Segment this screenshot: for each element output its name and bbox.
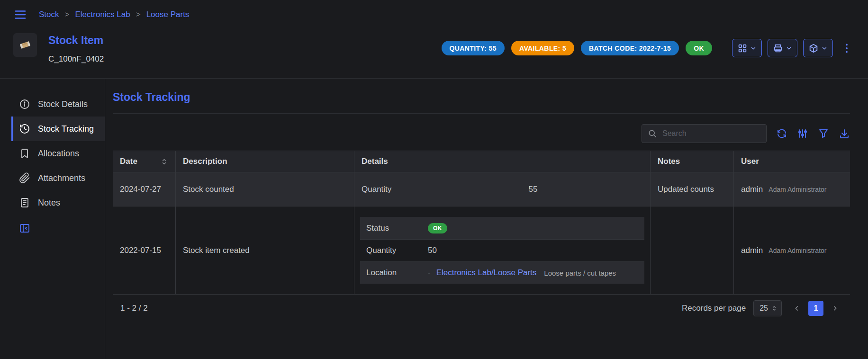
chevron-down-icon — [786, 45, 792, 52]
chevron-down-icon — [821, 45, 828, 52]
cell-notes: Updated counts — [651, 172, 734, 206]
column-header-user[interactable]: User — [734, 151, 850, 172]
sidebar-item-label: Allocations — [38, 149, 79, 159]
cell-user: admin Adam Administrator — [734, 206, 850, 294]
breadcrumb-separator: > — [65, 10, 70, 19]
search-input[interactable] — [661, 129, 760, 138]
table-footer: 1 - 2 / 2 Records per page 25 1 — [113, 295, 850, 322]
filter-icon — [818, 128, 829, 139]
select-chevrons-icon — [771, 305, 778, 312]
search-box[interactable] — [642, 124, 767, 143]
detail-value: 55 — [423, 185, 643, 194]
cell-description: Stock item created — [176, 206, 354, 294]
sidebar-item-label: Stock Tracking — [38, 124, 94, 134]
location-link[interactable]: Electronics Lab/Loose Parts — [436, 268, 537, 278]
page-title: Stock Item — [48, 34, 104, 47]
barcode-icon — [737, 43, 748, 54]
sidebar-collapse-button[interactable] — [19, 223, 30, 234]
table-toolbar — [113, 124, 850, 143]
header-actions — [732, 39, 855, 57]
detail-label: Status — [366, 224, 428, 233]
menu-burger-icon[interactable] — [13, 8, 27, 22]
detail-label: Quantity — [362, 185, 423, 194]
search-icon — [648, 129, 657, 138]
column-header-details[interactable]: Details — [354, 151, 651, 172]
cell-user: admin Adam Administrator — [734, 172, 850, 206]
location-description: Loose parts / cut tapes — [544, 269, 616, 277]
cell-details: Status OK Quantity 50 Location - Electro… — [354, 206, 651, 294]
paperclip-icon — [19, 172, 30, 184]
cell-date: 2022-07-15 — [113, 206, 176, 294]
stock-item-thumbnail[interactable] — [13, 33, 37, 57]
top-navigation-bar: Stock > Electronics Lab > Loose Parts — [0, 0, 868, 29]
breadcrumb-separator: > — [136, 10, 141, 19]
record-range: 1 - 2 / 2 — [120, 304, 148, 313]
records-per-page-select[interactable]: 25 — [753, 300, 782, 316]
refresh-icon — [776, 128, 787, 139]
capacitor-image — [17, 37, 33, 53]
adjustments-icon — [797, 128, 808, 139]
sidebar-item-allocations[interactable]: Allocations — [11, 141, 105, 166]
page-header: Stock Item C_100nF_0402 QUANTITY: 55 AVA… — [0, 29, 868, 78]
records-per-page-label: Records per page — [682, 304, 746, 313]
panel-heading: Stock Tracking — [113, 91, 850, 104]
detail-row-status: Status OK — [360, 217, 644, 239]
available-badge: AVAILABLE: 5 — [511, 41, 574, 55]
table-row[interactable]: 2022-07-15 Stock item created Status OK … — [113, 206, 850, 295]
refresh-button[interactable] — [776, 128, 787, 139]
history-icon — [19, 123, 30, 135]
user-fullname: Adam Administrator — [769, 186, 826, 193]
breadcrumb-loose-parts[interactable]: Loose Parts — [146, 10, 190, 19]
notes-icon — [19, 197, 30, 208]
printer-icon — [773, 43, 783, 54]
chevron-down-icon — [750, 45, 757, 52]
sidebar-item-label: Attachments — [38, 173, 85, 183]
username: admin — [741, 246, 763, 255]
stock-actions-button[interactable] — [803, 39, 833, 57]
column-header-notes[interactable]: Notes — [651, 151, 734, 172]
column-header-description[interactable]: Description — [176, 151, 354, 172]
prev-page-button[interactable] — [789, 301, 805, 316]
records-per-page-value: 25 — [760, 304, 768, 313]
sidebar-item-attachments[interactable]: Attachments — [11, 166, 105, 190]
main-panel: Stock Tracking Date — [105, 79, 868, 359]
pagination: 1 — [789, 301, 842, 316]
barcode-actions-button[interactable] — [732, 39, 762, 57]
detail-row-location: Location - Electronics Lab/Loose Parts L… — [360, 261, 644, 284]
print-actions-button[interactable] — [768, 39, 797, 57]
cell-notes — [651, 206, 734, 294]
filter-button[interactable] — [818, 128, 829, 139]
status-ok-badge: OK — [428, 223, 447, 233]
more-options-button[interactable] — [839, 42, 855, 54]
chevron-right-icon — [831, 305, 839, 312]
sort-icon[interactable] — [160, 158, 168, 166]
user-fullname: Adam Administrator — [769, 247, 826, 254]
username: admin — [741, 185, 763, 194]
sidebar: Stock Details Stock Tracking Allocations… — [0, 79, 105, 359]
table-row[interactable]: 2024-07-27 Stock counted Quantity 55 Upd… — [113, 172, 850, 206]
detail-label: Location — [366, 268, 428, 278]
breadcrumb: Stock > Electronics Lab > Loose Parts — [39, 10, 189, 19]
chevron-left-icon — [793, 305, 801, 312]
table-settings-button[interactable] — [797, 128, 808, 139]
sidebar-item-stock-details[interactable]: Stock Details — [11, 92, 105, 117]
breadcrumb-stock[interactable]: Stock — [39, 10, 59, 19]
download-icon — [839, 128, 850, 139]
next-page-button[interactable] — [827, 301, 842, 316]
detail-label: Quantity — [366, 246, 428, 255]
sidebar-item-notes[interactable]: Notes — [11, 190, 105, 215]
sidebar-item-stock-tracking[interactable]: Stock Tracking — [11, 117, 105, 141]
package-icon — [808, 43, 819, 54]
download-button[interactable] — [839, 128, 850, 139]
bookmark-icon — [19, 148, 30, 159]
page-1-button[interactable]: 1 — [808, 301, 823, 316]
info-circle-icon — [19, 99, 30, 110]
sidebar-collapse-icon — [19, 223, 30, 234]
cell-date: 2024-07-27 — [113, 172, 176, 206]
detail-prefix: - — [428, 268, 431, 278]
column-header-date[interactable]: Date — [113, 151, 176, 172]
sidebar-item-label: Stock Details — [38, 99, 88, 109]
table-header-row: Date Description Details Notes User — [113, 151, 850, 172]
detail-value: 50 — [428, 246, 437, 255]
breadcrumb-electronics-lab[interactable]: Electronics Lab — [75, 10, 130, 19]
